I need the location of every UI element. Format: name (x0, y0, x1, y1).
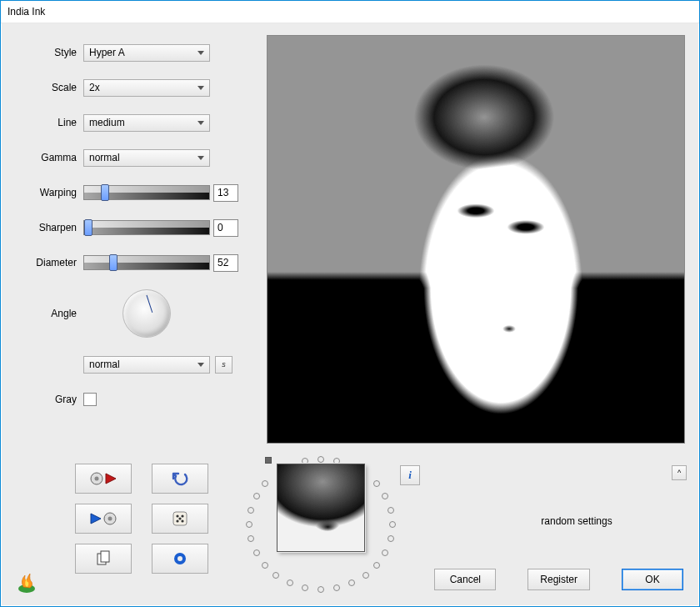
svg-marker-3 (91, 514, 101, 524)
controls-panel: Style Hyper A Scale 2x Line medium (20, 35, 243, 417)
info-button[interactable]: i (400, 465, 420, 485)
mode-select[interactable]: normal (83, 356, 210, 374)
line-label: Line (20, 117, 83, 128)
dialog-buttons: Cancel Register OK (434, 569, 683, 590)
svg-point-15 (178, 556, 182, 561)
style-label: Style (20, 47, 83, 58)
play-disc-button[interactable] (75, 504, 132, 534)
ring-dot[interactable] (382, 493, 388, 499)
sharpen-slider[interactable] (83, 220, 210, 235)
ring-dot[interactable] (272, 572, 279, 579)
ring-dot[interactable] (389, 521, 396, 528)
titlebar: India Ink (1, 1, 699, 23)
gray-label: Gray (20, 394, 83, 405)
svg-point-9 (176, 519, 178, 522)
svg-point-5 (108, 517, 112, 521)
warping-slider[interactable] (83, 185, 210, 200)
gamma-value: normal (89, 152, 120, 163)
ring-dot[interactable] (253, 549, 260, 556)
ok-button[interactable]: OK (622, 569, 683, 590)
style-select[interactable]: Hyper A (83, 44, 210, 62)
style-value: Hyper A (89, 47, 125, 58)
ring-dot[interactable] (318, 456, 324, 463)
ring-dot[interactable] (373, 562, 380, 569)
ring-dot[interactable] (362, 572, 369, 579)
random-button[interactable] (152, 504, 208, 534)
ring-dot[interactable] (287, 579, 293, 586)
collapse-button[interactable]: ^ (672, 465, 687, 480)
line-select[interactable]: medium (83, 114, 210, 132)
ring-dot[interactable] (253, 493, 260, 499)
chevron-down-icon (198, 86, 204, 90)
ring-dot[interactable] (333, 584, 340, 591)
undo-button[interactable] (152, 464, 208, 494)
svg-point-10 (181, 519, 183, 522)
chevron-down-icon (198, 121, 204, 125)
svg-point-8 (181, 514, 183, 517)
ring-dot[interactable] (382, 549, 388, 556)
gamma-select[interactable]: normal (83, 149, 210, 167)
window-title: India Ink (8, 6, 45, 18)
line-value: medium (89, 117, 125, 128)
disc-play-button[interactable] (75, 464, 132, 494)
preset-thumbnail[interactable] (277, 464, 365, 552)
ring-dot[interactable] (248, 535, 254, 542)
svg-point-7 (176, 514, 178, 517)
scale-select[interactable]: 2x (83, 79, 210, 97)
sharpen-label: Sharpen (20, 222, 83, 233)
svg-point-1 (95, 477, 99, 481)
scale-value: 2x (89, 82, 100, 93)
cancel-button[interactable]: Cancel (434, 569, 496, 590)
scale-label: Scale (20, 82, 83, 93)
angle-label: Angle (20, 308, 83, 319)
ring-dot[interactable] (262, 480, 268, 487)
diameter-label: Diameter (20, 257, 83, 268)
action-button-grid (75, 464, 217, 574)
ring-dot[interactable] (302, 584, 308, 591)
warping-label: Warping (20, 187, 83, 198)
ring-dot[interactable] (388, 535, 394, 542)
thumbnail-ring (242, 454, 400, 595)
svg-rect-13 (101, 551, 109, 562)
ring-dot[interactable] (373, 480, 380, 487)
warping-value[interactable]: 13 (213, 184, 238, 202)
gray-checkbox[interactable] (83, 393, 97, 406)
ring-dot[interactable] (318, 586, 324, 593)
ring-dot[interactable] (248, 507, 254, 514)
client-area: Style Hyper A Scale 2x Line medium (2, 23, 698, 605)
svg-marker-2 (106, 474, 116, 484)
ring-dot[interactable] (348, 579, 355, 586)
preview-image[interactable] (267, 35, 685, 444)
sharpen-value[interactable]: 0 (213, 219, 238, 237)
dialog-window: India Ink Style Hyper A Scale 2x Line (0, 0, 700, 607)
register-button[interactable]: Register (528, 569, 590, 590)
gamma-label: Gamma (20, 152, 83, 163)
chevron-down-icon (198, 156, 204, 160)
ring-dot[interactable] (388, 507, 394, 514)
record-button[interactable] (152, 544, 208, 574)
mode-value: normal (89, 359, 120, 370)
angle-dial[interactable] (122, 289, 171, 338)
app-logo-icon (15, 570, 38, 594)
chevron-down-icon (198, 363, 204, 367)
ring-dot[interactable] (262, 562, 268, 569)
ring-marker[interactable] (265, 457, 272, 464)
status-text: random settings (468, 515, 685, 527)
diameter-value[interactable]: 52 (213, 254, 238, 272)
copy-button[interactable] (75, 544, 132, 574)
swap-button[interactable]: s (215, 356, 232, 374)
svg-point-11 (178, 517, 181, 519)
chevron-down-icon (198, 51, 204, 55)
ring-dot[interactable] (246, 521, 252, 528)
diameter-slider[interactable] (83, 255, 210, 270)
